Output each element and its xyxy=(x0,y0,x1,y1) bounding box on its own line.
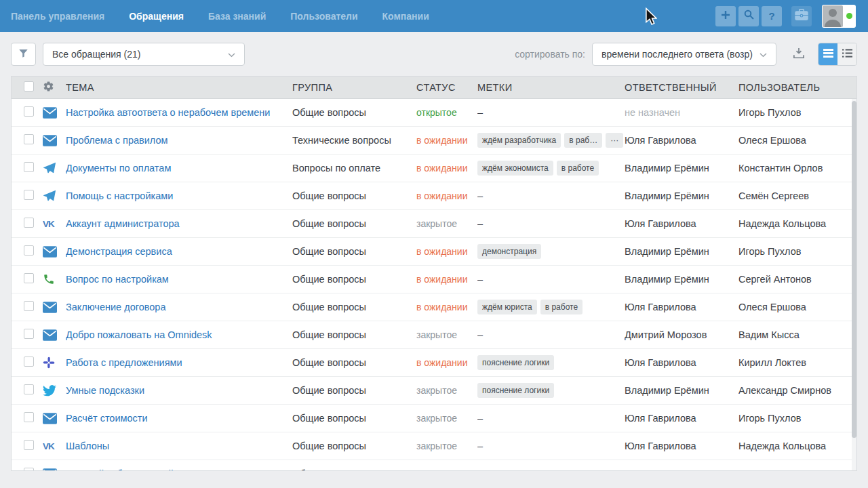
table-row[interactable]: Вопрос по настройкам Общие вопросы в ожи… xyxy=(12,266,856,293)
ticket-group: Общие вопросы xyxy=(292,218,416,229)
ticket-tag[interactable]: в раб… xyxy=(564,133,602,148)
ticket-tag[interactable]: в работе xyxy=(540,300,583,314)
view-compact-button[interactable] xyxy=(837,43,856,65)
table-row[interactable]: Работа с предложениями Общие вопросы в о… xyxy=(12,349,856,377)
table-body: Настройка автоответа о нерабочем времени… xyxy=(12,99,856,471)
table-row[interactable]: Расчёт стоимости Общие вопросы закрытое … xyxy=(12,405,856,432)
ticket-tag[interactable]: пояснение логики xyxy=(477,355,554,370)
table-row[interactable]: Демонстрация сервиса Общие вопросы в ожи… xyxy=(12,238,856,266)
col-header-tags[interactable]: МЕТКИ xyxy=(477,82,625,93)
ticket-subject-link[interactable]: Расчёт стоимости xyxy=(66,413,148,424)
twitter-channel-icon xyxy=(43,385,66,396)
col-header-group[interactable]: ГРУППА xyxy=(292,82,416,93)
columns-settings-button[interactable] xyxy=(43,81,66,94)
row-checkbox[interactable] xyxy=(24,412,34,422)
search-button[interactable] xyxy=(738,6,759,26)
ticket-subject-link[interactable]: Проблема с правилом xyxy=(66,135,168,146)
navbar-menu: Панель управленияОбращенияБаза знанийПол… xyxy=(11,11,441,22)
filters-button[interactable] xyxy=(11,43,36,66)
row-checkbox[interactable] xyxy=(24,329,34,339)
row-checkbox[interactable] xyxy=(24,245,34,256)
ticket-tag[interactable]: демонстрация xyxy=(477,244,541,259)
ticket-tags: – xyxy=(477,329,625,340)
ticket-tag[interactable]: в работе xyxy=(557,161,599,176)
user-menu[interactable] xyxy=(822,5,856,28)
row-checkbox[interactable] xyxy=(24,218,34,228)
row-checkbox[interactable] xyxy=(24,301,34,311)
email-channel-icon xyxy=(43,302,66,313)
ticket-assignee: Владимир Ерёмин xyxy=(625,274,738,285)
ticket-tag[interactable]: ждём разработчика xyxy=(477,133,561,148)
ticket-tag[interactable]: ждём юриста xyxy=(477,300,537,314)
ticket-tags: – xyxy=(477,468,625,471)
ticket-subject-link[interactable]: Добро пожаловать на Omnidesk xyxy=(66,329,212,340)
ticket-subject-link[interactable]: Умные подсказки xyxy=(66,385,144,396)
row-checkbox[interactable] xyxy=(24,162,34,172)
export-button[interactable] xyxy=(788,43,810,66)
nav-item-companies[interactable]: Компании xyxy=(370,11,441,22)
nav-item-users[interactable]: Пользователи xyxy=(278,11,370,22)
row-checkbox[interactable] xyxy=(24,384,34,394)
ticket-subject-link[interactable]: Шаблоны xyxy=(66,441,109,451)
ticket-subject-link[interactable]: Настройка автоответа о нерабочем времени xyxy=(66,107,270,118)
nav-item-dashboard[interactable]: Панель управления xyxy=(11,11,117,22)
ticket-subject-link[interactable]: Документы по оплатам xyxy=(66,163,171,174)
row-checkbox[interactable] xyxy=(24,106,34,117)
table-row[interactable]: VK Шаблоны Общие вопросы закрытое – Юля … xyxy=(12,432,856,460)
ticket-subject-link[interactable]: Аккаунт администратора xyxy=(66,218,180,229)
ticket-group: Общие вопросы xyxy=(292,302,416,312)
ticket-status: в ожидании xyxy=(416,135,477,146)
table-row[interactable]: Заключение договора Общие вопросы в ожид… xyxy=(12,293,856,321)
scrollbar-thumb[interactable] xyxy=(852,101,856,438)
col-header-subject[interactable]: ТЕМА xyxy=(66,82,292,93)
table-row[interactable]: Настройки базы знаний Общие вопросы закр… xyxy=(12,460,856,471)
ticket-tag[interactable]: пояснение логики xyxy=(477,383,554,398)
table-row[interactable]: Добро пожаловать на Omnidesk Общие вопро… xyxy=(12,321,856,349)
row-checkbox[interactable] xyxy=(24,273,34,283)
add-ticket-button[interactable] xyxy=(715,6,736,26)
help-button[interactable]: ? xyxy=(762,6,782,26)
table-row[interactable]: Умные подсказки Общие вопросы закрытое п… xyxy=(12,377,856,405)
ticket-subject-link[interactable]: Работа с предложениями xyxy=(66,357,182,368)
cases-button[interactable] xyxy=(791,6,812,26)
ticket-subject-link[interactable]: Помощь с настройками xyxy=(66,190,173,201)
ticket-group: Общие вопросы xyxy=(292,357,416,368)
ticket-subject-link[interactable]: Заключение договора xyxy=(66,302,165,312)
ticket-subject-link[interactable]: Демонстрация сервиса xyxy=(66,246,172,257)
select-all-checkbox[interactable] xyxy=(24,81,34,92)
row-checkbox[interactable] xyxy=(24,190,34,200)
nav-item-cases[interactable]: Обращения xyxy=(117,11,196,22)
table-row[interactable]: Документы по оплатам Вопросы по оплате в… xyxy=(12,155,856,182)
nav-item-knowledge-base[interactable]: База знаний xyxy=(196,11,278,22)
ticket-assignee: Юля Гаврилова xyxy=(625,302,738,312)
ticket-tags: ждём разработчикав раб…··· xyxy=(477,133,625,148)
ticket-subject-link[interactable]: Вопрос по настройкам xyxy=(66,274,169,285)
more-tags-badge[interactable]: ··· xyxy=(606,133,623,148)
vk-channel-icon: VK xyxy=(43,441,66,451)
table-row[interactable]: Проблема с правилом Технические вопросы … xyxy=(12,127,856,155)
views-select[interactable]: Все обращения (21) xyxy=(43,43,245,66)
scrollbar-track[interactable] xyxy=(852,99,856,470)
view-detailed-button[interactable] xyxy=(818,43,837,65)
sort-select[interactable]: времени последнего ответа (возр) xyxy=(592,43,776,66)
telegram-channel-icon xyxy=(43,189,66,203)
ticket-subject-link[interactable]: Настройки базы знаний xyxy=(66,468,174,471)
ticket-group: Вопросы по оплате xyxy=(292,163,416,174)
ticket-user: Сергей Антонов xyxy=(738,274,856,285)
question-icon: ? xyxy=(768,10,774,22)
ticket-tag[interactable]: ждём экономиста xyxy=(477,161,553,176)
ticket-status: в ожидании xyxy=(416,163,477,174)
row-checkbox[interactable] xyxy=(24,440,34,450)
row-checkbox[interactable] xyxy=(24,357,34,367)
col-header-user[interactable]: ПОЛЬЗОВАТЕЛЬ xyxy=(738,82,856,93)
col-header-assignee[interactable]: ОТВЕТСТВЕННЫЙ xyxy=(625,82,738,93)
sort-label: сортировать по: xyxy=(515,49,585,60)
top-navbar: Панель управленияОбращенияБаза знанийПол… xyxy=(0,0,868,32)
table-row[interactable]: VK Аккаунт администратора Общие вопросы … xyxy=(12,210,856,238)
row-checkbox[interactable] xyxy=(24,468,34,471)
table-row[interactable]: Помощь с настройками Общие вопросы в ожи… xyxy=(12,182,856,210)
table-row[interactable]: Настройка автоответа о нерабочем времени… xyxy=(12,99,856,127)
ticket-status: в ожидании xyxy=(416,357,477,368)
col-header-status[interactable]: СТАТУС xyxy=(416,82,477,93)
row-checkbox[interactable] xyxy=(24,134,34,144)
